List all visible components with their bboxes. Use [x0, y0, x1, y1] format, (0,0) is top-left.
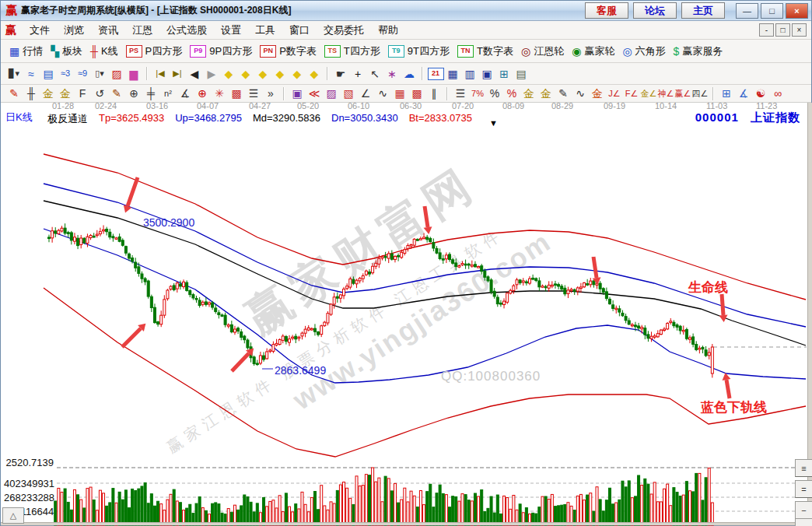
info-panel[interactable]: ▤ — [40, 66, 57, 82]
p-square[interactable]: PSP四方形 — [122, 43, 187, 60]
prev-bar[interactable]: ◀ — [186, 66, 203, 82]
browser[interactable]: ⊞ — [495, 66, 513, 82]
printer[interactable]: ▤ — [513, 66, 530, 82]
grid-red[interactable]: ▦ — [391, 86, 408, 101]
toolbar-overflow-chevron[interactable]: » — [262, 86, 279, 101]
cloud-pattern-tool[interactable]: ☁ — [401, 66, 418, 82]
crosshair-target[interactable]: ⊕ — [194, 86, 211, 101]
chart-area[interactable]: 01-2802-2403-1604-0704-2705-2006-1006-30… — [1, 102, 811, 525]
hexagon[interactable]: ◎六角形 — [618, 43, 669, 60]
color-histogram[interactable]: ▆ — [125, 66, 142, 82]
n-square[interactable]: n² — [159, 86, 177, 101]
next-bar[interactable]: ▶ — [203, 66, 220, 82]
grid-highlight[interactable]: ⊞ — [718, 86, 735, 101]
crosshair-tool[interactable]: + — [349, 66, 366, 82]
fan-box-2[interactable]: ▧ — [340, 86, 357, 101]
trend-chart[interactable]: ∡ — [735, 86, 752, 101]
save[interactable]: ▣ — [478, 66, 495, 82]
pane-layout-2[interactable]: = — [795, 480, 812, 498]
sectors[interactable]: ▚板块 — [47, 43, 86, 60]
angle-shen[interactable]: 神∠ — [657, 86, 674, 101]
forum-button[interactable]: 论坛 — [633, 2, 677, 19]
child-minimize-button[interactable]: - — [759, 23, 774, 37]
wave-8-tool[interactable]: ∿ — [572, 86, 589, 101]
calculator[interactable]: ▦ — [444, 66, 461, 82]
angle-gold[interactable]: 金∠ — [640, 86, 657, 101]
quotes[interactable]: ▦行情 — [5, 43, 47, 60]
go-first[interactable]: |◀ — [152, 66, 169, 82]
angle-j[interactable]: J∠ — [606, 86, 623, 101]
gann-ruler[interactable]: ╫ — [23, 86, 40, 101]
red-pattern[interactable]: ▨ — [108, 66, 125, 82]
nine-p-square[interactable]: P99P四方形 — [186, 43, 256, 60]
percent-tool[interactable]: % — [486, 86, 503, 101]
menu-item-0[interactable]: 文件 — [23, 22, 57, 39]
gann-box[interactable]: ▣ — [289, 86, 306, 101]
measure-pencil[interactable]: ✎ — [108, 86, 125, 101]
angle-si[interactable]: 四∠ — [691, 86, 709, 101]
minimize-button[interactable]: — — [736, 3, 758, 19]
star-rays[interactable]: ✳ — [211, 86, 228, 101]
menu-item-4[interactable]: 公式选股 — [159, 22, 214, 39]
t-number-table[interactable]: TNT数字表 — [453, 43, 517, 60]
maximize-button[interactable]: □ — [761, 3, 783, 19]
pencil-red[interactable]: ✎ — [5, 86, 23, 101]
angle-measure[interactable]: ∡ — [177, 86, 194, 101]
menu-item-5[interactable]: 设置 — [214, 22, 248, 39]
pane-layout-3[interactable]: ≡ — [795, 459, 812, 477]
gold-red[interactable]: 金 — [589, 86, 606, 101]
k-line[interactable]: ╫K线 — [86, 43, 122, 60]
menu-item-9[interactable]: 帮助 — [371, 22, 405, 39]
knot-tool[interactable]: ∗ — [383, 66, 401, 82]
winner-service[interactable]: $赢家服务 — [670, 43, 727, 60]
zigzag-wave[interactable]: ∿ — [374, 86, 391, 101]
fan-lines-red[interactable]: ≪ — [306, 86, 323, 101]
yin-yang[interactable]: ☯ — [752, 86, 769, 101]
nine-t-square[interactable]: T99T四方形 — [384, 43, 453, 60]
note-pencil[interactable]: ✎ — [555, 86, 572, 101]
web-grid[interactable]: ▩ — [228, 86, 245, 101]
menu-item-8[interactable]: 交易委托 — [317, 22, 371, 39]
angle-f[interactable]: F∠ — [623, 86, 640, 101]
gold-section[interactable]: 金 — [40, 86, 57, 101]
t-square[interactable]: TST四方形 — [320, 43, 384, 60]
diamond-shift-left[interactable]: ◆ — [220, 66, 237, 82]
pane-layout-1[interactable]: − — [795, 501, 812, 519]
candle-period-dropdown[interactable]: ▯▾ — [91, 66, 108, 82]
go-last[interactable]: ▶| — [169, 66, 186, 82]
percent-retrace[interactable]: 7% — [469, 86, 486, 101]
hand-tool[interactable]: ☛ — [332, 66, 349, 82]
gold-line[interactable]: 金 — [537, 86, 555, 101]
wave-9[interactable]: ≈9 — [74, 66, 91, 82]
menu-item-2[interactable]: 资讯 — [91, 22, 125, 39]
menu-item-3[interactable]: 江恩 — [125, 22, 159, 39]
p-number-table[interactable]: PNP数字表 — [256, 43, 320, 60]
kline-style-dropdown[interactable]: ▊▾ — [5, 66, 23, 82]
diamond-expand-all[interactable]: ◆ — [289, 66, 306, 82]
child-close-button[interactable]: × — [792, 23, 807, 37]
fib-levels[interactable]: F — [74, 86, 91, 101]
diamond-expand-v[interactable]: ◆ — [306, 66, 323, 82]
menu-item-6[interactable]: 工具 — [248, 22, 282, 39]
homepage-button[interactable]: 主页 — [681, 2, 725, 19]
infinity-tool[interactable]: ∞ — [769, 86, 786, 101]
child-restore-button[interactable]: □ — [775, 23, 790, 37]
wave-3[interactable]: ≈3 — [57, 66, 74, 82]
pattern-overlay[interactable]: ≈ — [23, 66, 40, 82]
expand-pane-button[interactable]: △ — [2, 507, 24, 524]
speed-lines[interactable]: ∠ — [357, 86, 374, 101]
gold-percent[interactable]: 金 — [520, 86, 537, 101]
diamond-compress[interactable]: ◆ — [271, 66, 289, 82]
spiral-tool[interactable]: ↺ — [91, 86, 108, 101]
time-cycle-circle[interactable]: ⊕ — [125, 86, 142, 101]
fan-box[interactable]: ▨ — [323, 86, 340, 101]
chart-canvas[interactable] — [1, 103, 812, 526]
price-scale-tool[interactable]: ☰ — [452, 86, 469, 101]
close-button[interactable]: × — [786, 3, 808, 19]
gold-section-2[interactable]: 金 — [57, 86, 74, 101]
diamond-expand-h[interactable]: ◆ — [254, 66, 271, 82]
winner-wheel[interactable]: ◉赢家轮 — [568, 43, 618, 60]
service-button[interactable]: 客服 — [585, 2, 628, 19]
diamond-shift-right[interactable]: ◆ — [237, 66, 254, 82]
gann-wheel[interactable]: ◎江恩轮 — [517, 43, 568, 60]
